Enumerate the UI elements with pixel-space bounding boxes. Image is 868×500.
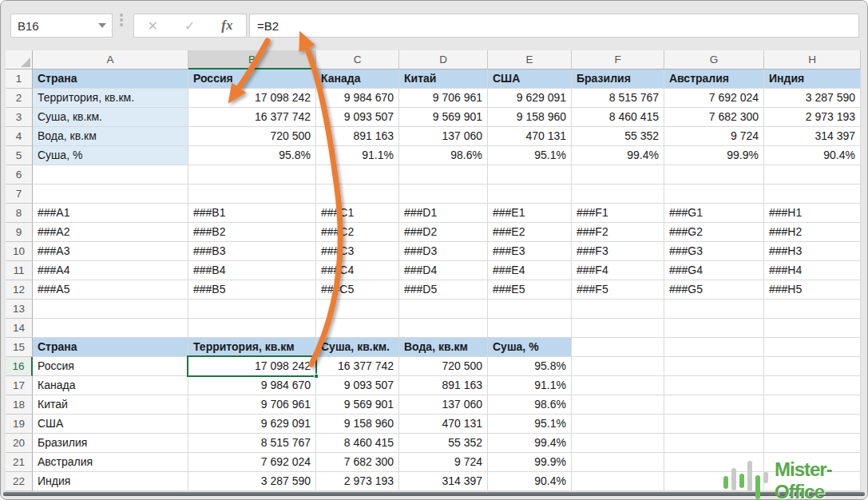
cell-C14[interactable] bbox=[316, 319, 399, 338]
cell-C9[interactable]: ###C2 bbox=[316, 223, 399, 242]
cell-A10[interactable]: ###A3 bbox=[33, 242, 188, 261]
row-header-15[interactable]: 15 bbox=[6, 338, 33, 357]
cell-G20[interactable] bbox=[664, 434, 764, 453]
row-header-19[interactable]: 19 bbox=[6, 415, 33, 434]
row-header-22[interactable]: 22 bbox=[6, 472, 33, 491]
cell-C4[interactable]: 891 163 bbox=[316, 127, 399, 146]
cell-C20[interactable]: 8 460 415 bbox=[316, 434, 399, 453]
column-header-A[interactable]: A bbox=[33, 50, 188, 69]
cell-A4[interactable]: Вода, кв.км bbox=[33, 127, 188, 146]
cell-A14[interactable] bbox=[33, 319, 188, 338]
cell-G8[interactable]: ###G1 bbox=[664, 204, 764, 223]
cell-F13[interactable] bbox=[572, 300, 664, 319]
cell-B7[interactable] bbox=[188, 185, 316, 204]
cell-H10[interactable]: ###H3 bbox=[764, 242, 861, 261]
cell-A7[interactable] bbox=[33, 185, 188, 204]
column-header-G[interactable]: G bbox=[664, 50, 764, 69]
cell-B17[interactable]: 9 984 670 bbox=[188, 376, 316, 395]
cell-C16[interactable]: 16 377 742 bbox=[316, 357, 399, 376]
cell-D11[interactable]: ###D4 bbox=[399, 261, 488, 280]
cell-F6[interactable] bbox=[572, 165, 664, 185]
cell-D14[interactable] bbox=[399, 319, 488, 338]
cell-G6[interactable] bbox=[664, 165, 764, 185]
cell-A9[interactable]: ###A2 bbox=[33, 223, 188, 242]
cell-E2[interactable]: 9 629 091 bbox=[488, 89, 572, 108]
cell-G17[interactable] bbox=[664, 376, 764, 395]
cell-F4[interactable]: 55 352 bbox=[572, 127, 664, 146]
cell-H11[interactable]: ###H4 bbox=[764, 261, 861, 280]
cell-D20[interactable]: 55 352 bbox=[399, 434, 488, 453]
row-header-13[interactable]: 13 bbox=[6, 300, 33, 319]
cell-G3[interactable]: 7 682 300 bbox=[664, 108, 764, 127]
cell-D13[interactable] bbox=[399, 300, 488, 319]
cell-C5[interactable]: 91.1% bbox=[316, 146, 399, 165]
cell-E22[interactable]: 90.4% bbox=[488, 472, 572, 491]
cell-E7[interactable] bbox=[488, 185, 572, 204]
column-header-B[interactable]: B bbox=[188, 50, 316, 69]
cell-D15[interactable]: Вода, кв.км bbox=[399, 338, 488, 357]
cell-E10[interactable]: ###E3 bbox=[488, 242, 572, 261]
cell-B21[interactable]: 7 692 024 bbox=[188, 453, 316, 472]
cell-E3[interactable]: 9 158 960 bbox=[488, 108, 572, 127]
cell-B6[interactable] bbox=[188, 165, 316, 185]
column-header-E[interactable]: E bbox=[488, 50, 572, 69]
row-header-5[interactable]: 5 bbox=[6, 146, 33, 165]
cell-E14[interactable] bbox=[488, 319, 572, 338]
cell-G1[interactable]: Австралия bbox=[664, 69, 764, 89]
cell-C3[interactable]: 9 093 507 bbox=[316, 108, 399, 127]
cell-E6[interactable] bbox=[488, 165, 572, 185]
cell-D21[interactable]: 9 724 bbox=[399, 453, 488, 472]
cell-H14[interactable] bbox=[764, 319, 861, 338]
cell-H19[interactable] bbox=[764, 415, 861, 434]
cell-B19[interactable]: 9 629 091 bbox=[188, 415, 316, 434]
cell-B11[interactable]: ###B4 bbox=[188, 261, 316, 280]
cell-B2[interactable]: 17 098 242 bbox=[188, 89, 316, 108]
cell-C1[interactable]: Канада bbox=[316, 69, 399, 89]
cell-A6[interactable] bbox=[33, 165, 188, 185]
cell-H2[interactable]: 3 287 590 bbox=[764, 89, 861, 108]
cell-A11[interactable]: ###A4 bbox=[33, 261, 188, 280]
cell-F16[interactable] bbox=[572, 357, 664, 376]
cell-H4[interactable]: 314 397 bbox=[764, 127, 861, 146]
cell-A17[interactable]: Канада bbox=[33, 376, 188, 395]
cell-H3[interactable]: 2 973 193 bbox=[764, 108, 861, 127]
cell-F1[interactable]: Бразилия bbox=[572, 69, 664, 89]
cell-A16[interactable]: Россия bbox=[33, 357, 188, 376]
row-header-18[interactable]: 18 bbox=[6, 395, 33, 415]
cell-F14[interactable] bbox=[572, 319, 664, 338]
cell-G12[interactable]: ###G5 bbox=[664, 280, 764, 300]
cell-B16[interactable]: 17 098 242 bbox=[188, 357, 316, 376]
cell-H1[interactable]: Индия bbox=[764, 69, 861, 89]
cell-D6[interactable] bbox=[399, 165, 488, 185]
row-header-11[interactable]: 11 bbox=[6, 261, 33, 280]
cell-E13[interactable] bbox=[488, 300, 572, 319]
cell-D16[interactable]: 720 500 bbox=[399, 357, 488, 376]
cell-E19[interactable]: 95.1% bbox=[488, 415, 572, 434]
cell-F8[interactable]: ###F1 bbox=[572, 204, 664, 223]
row-header-12[interactable]: 12 bbox=[6, 280, 33, 300]
row-header-10[interactable]: 10 bbox=[6, 242, 33, 261]
cell-E18[interactable]: 98.6% bbox=[488, 395, 572, 415]
row-header-8[interactable]: 8 bbox=[6, 204, 33, 223]
cell-G7[interactable] bbox=[664, 185, 764, 204]
row-header-17[interactable]: 17 bbox=[6, 376, 33, 395]
cell-A2[interactable]: Территория, кв.км. bbox=[33, 89, 188, 108]
cell-F7[interactable] bbox=[572, 185, 664, 204]
cell-C21[interactable]: 7 682 300 bbox=[316, 453, 399, 472]
cell-E17[interactable]: 91.1% bbox=[488, 376, 572, 395]
cell-F5[interactable]: 99.4% bbox=[572, 146, 664, 165]
cell-D7[interactable] bbox=[399, 185, 488, 204]
cell-F12[interactable]: ###F5 bbox=[572, 280, 664, 300]
cell-F10[interactable]: ###F3 bbox=[572, 242, 664, 261]
cell-D8[interactable]: ###D1 bbox=[399, 204, 488, 223]
cell-C18[interactable]: 9 569 901 bbox=[316, 395, 399, 415]
cell-F18[interactable] bbox=[572, 395, 664, 415]
cell-C19[interactable]: 9 158 960 bbox=[316, 415, 399, 434]
row-header-6[interactable]: 6 bbox=[6, 165, 33, 185]
cell-D4[interactable]: 137 060 bbox=[399, 127, 488, 146]
cell-G13[interactable] bbox=[664, 300, 764, 319]
column-header-C[interactable]: C bbox=[316, 50, 399, 69]
cell-D2[interactable]: 9 706 961 bbox=[399, 89, 488, 108]
cell-C7[interactable] bbox=[316, 185, 399, 204]
cell-E16[interactable]: 95.8% bbox=[488, 357, 572, 376]
